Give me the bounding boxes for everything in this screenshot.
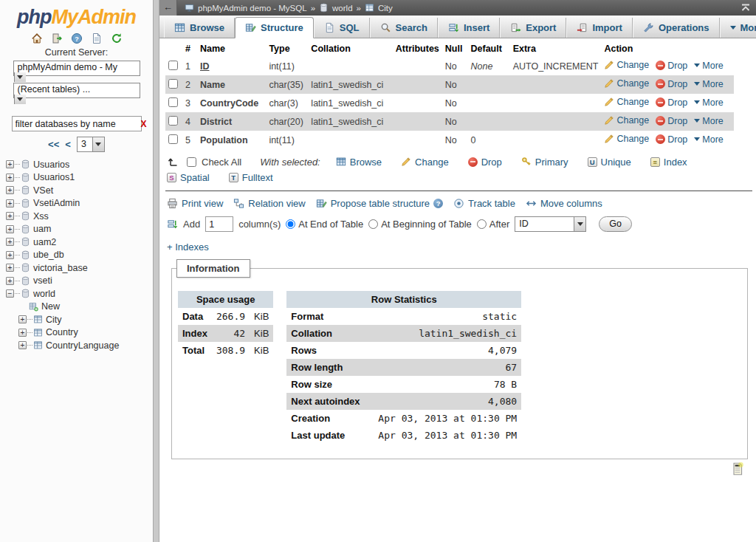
after-column-select[interactable]: ID bbox=[515, 216, 586, 232]
tab-import[interactable]: Import bbox=[566, 18, 632, 38]
drop-action[interactable]: Drop bbox=[656, 79, 687, 89]
more-link[interactable]: More bbox=[702, 61, 723, 71]
tree-item-table-country[interactable]: +Country bbox=[18, 326, 153, 340]
drop-action[interactable]: Drop bbox=[656, 97, 687, 108]
relation-view-link[interactable]: Relation view bbox=[233, 198, 305, 209]
tree-item-new-table[interactable]: New bbox=[18, 301, 153, 314]
tree-item-table-city[interactable]: +City bbox=[18, 313, 153, 326]
drop-action[interactable]: Drop bbox=[656, 134, 687, 145]
selected-browse-label[interactable]: Browse bbox=[350, 157, 382, 168]
more-action[interactable]: More bbox=[694, 61, 723, 71]
tree-item-label[interactable]: CountryLanguage bbox=[46, 340, 119, 351]
drop-link[interactable]: Drop bbox=[667, 79, 687, 89]
print-view-link[interactable]: Print view bbox=[167, 198, 223, 209]
selected-fulltext-label[interactable]: Fulltext bbox=[242, 172, 273, 183]
tab-sql[interactable]: SQL bbox=[314, 18, 370, 38]
tree-item-database[interactable]: +vseti bbox=[6, 275, 153, 288]
more-action[interactable]: More bbox=[694, 116, 723, 126]
tab-insert[interactable]: Insert bbox=[438, 18, 500, 38]
selected-drop-label[interactable]: Drop bbox=[481, 157, 502, 168]
tree-item-label[interactable]: Country bbox=[46, 327, 78, 337]
reload-navigation-icon[interactable] bbox=[111, 32, 123, 44]
expand-icon[interactable]: + bbox=[6, 174, 14, 182]
pager-back-link[interactable]: < bbox=[65, 139, 71, 150]
expand-icon[interactable]: + bbox=[6, 186, 14, 194]
more-link[interactable]: More bbox=[702, 116, 723, 126]
scroll-top-icon[interactable] bbox=[740, 3, 751, 13]
expand-icon[interactable]: + bbox=[18, 315, 27, 323]
home-icon[interactable] bbox=[31, 32, 43, 44]
track-table-link[interactable]: Track table bbox=[453, 198, 515, 209]
tree-item-database[interactable]: +Xss bbox=[6, 210, 153, 223]
row-checkbox[interactable] bbox=[168, 61, 178, 70]
propose-structure-link[interactable]: Propose table structure? bbox=[316, 198, 443, 209]
logout-icon[interactable] bbox=[51, 32, 63, 44]
collapse-icon[interactable]: − bbox=[6, 289, 14, 298]
change-action[interactable]: Change bbox=[604, 134, 649, 144]
server-select[interactable]: phpMyAdmin demo - My bbox=[13, 61, 140, 76]
expand-icon[interactable]: + bbox=[6, 264, 14, 272]
pager-page-select[interactable]: 3 bbox=[77, 137, 105, 152]
selected-change-button[interactable]: Change bbox=[401, 157, 449, 168]
tree-item-table-countrylanguage[interactable]: +CountryLanguage bbox=[18, 339, 153, 352]
row-checkbox[interactable] bbox=[168, 79, 178, 89]
selected-primary-button[interactable]: Primary bbox=[521, 157, 568, 168]
expand-icon[interactable]: + bbox=[6, 251, 14, 259]
phpmyadmin-logo[interactable]: phpMyAdmin bbox=[0, 6, 153, 29]
tree-item-label[interactable]: world bbox=[33, 289, 55, 299]
at-end-option[interactable]: At End of Table bbox=[286, 219, 363, 230]
drop-link[interactable]: Drop bbox=[667, 61, 687, 71]
tab-more[interactable]: More bbox=[720, 18, 756, 38]
change-link[interactable]: Change bbox=[616, 97, 649, 107]
drop-link[interactable]: Drop bbox=[667, 97, 687, 108]
drop-action[interactable]: Drop bbox=[656, 116, 687, 126]
change-link[interactable]: Change bbox=[616, 60, 649, 70]
selected-unique-label[interactable]: Unique bbox=[601, 157, 631, 168]
back-button[interactable]: ← bbox=[159, 0, 177, 16]
tree-item-label[interactable]: uam bbox=[33, 224, 51, 234]
tab-operations[interactable]: Operations bbox=[633, 18, 720, 38]
tree-item-label[interactable]: uam2 bbox=[33, 237, 56, 247]
tree-item-database[interactable]: +Usuarios bbox=[6, 158, 153, 171]
move-columns-label[interactable]: Move columns bbox=[540, 198, 602, 209]
breadcrumb-server[interactable]: phpMyAdmin demo - MySQL bbox=[198, 4, 307, 13]
after-radio[interactable] bbox=[477, 219, 487, 229]
tree-item-database[interactable]: +victoria_base bbox=[6, 261, 153, 275]
relation-view-label[interactable]: Relation view bbox=[248, 198, 305, 209]
indexes-toggle-link[interactable]: + Indexes bbox=[167, 241, 209, 253]
drop-link[interactable]: Drop bbox=[667, 134, 687, 145]
selected-index-label[interactable]: Index bbox=[664, 157, 687, 168]
selected-spatial-label[interactable]: Spatial bbox=[180, 172, 210, 183]
expand-icon[interactable]: + bbox=[6, 160, 14, 168]
query-window-icon[interactable] bbox=[731, 462, 744, 476]
selected-change-label[interactable]: Change bbox=[415, 157, 449, 168]
change-action[interactable]: Change bbox=[604, 115, 649, 126]
move-columns-link[interactable]: Move columns bbox=[526, 198, 602, 209]
tree-item-label[interactable]: ube_db bbox=[33, 250, 64, 260]
change-link[interactable]: Change bbox=[616, 78, 649, 89]
row-checkbox[interactable] bbox=[168, 97, 178, 107]
row-checkbox[interactable] bbox=[168, 134, 178, 144]
filter-clear-icon[interactable]: X bbox=[137, 119, 151, 129]
docs-icon[interactable] bbox=[91, 32, 103, 44]
expand-icon[interactable]: + bbox=[6, 199, 14, 207]
pager-fast-back-link[interactable]: << bbox=[48, 139, 59, 150]
tree-item-database[interactable]: +uam2 bbox=[6, 236, 153, 249]
more-link[interactable]: More bbox=[702, 79, 723, 89]
more-action[interactable]: More bbox=[694, 79, 723, 89]
tree-item-label[interactable]: vseti bbox=[33, 275, 52, 286]
column-count-input[interactable] bbox=[205, 216, 233, 232]
tree-item-label[interactable]: City bbox=[46, 315, 62, 325]
help-icon[interactable]: ? bbox=[433, 199, 443, 208]
selected-fulltext-button[interactable]: TFulltext bbox=[229, 172, 273, 183]
change-action[interactable]: Change bbox=[604, 60, 649, 70]
selected-index-button[interactable]: ≡Index bbox=[650, 157, 687, 168]
pane-resize-handle[interactable] bbox=[153, 0, 159, 542]
tree-item-database[interactable]: +uam bbox=[6, 223, 153, 236]
tree-item-label[interactable]: Xss bbox=[33, 211, 49, 222]
tree-item-database-world[interactable]: −world bbox=[6, 287, 153, 301]
drop-action[interactable]: Drop bbox=[656, 61, 687, 71]
at-end-radio[interactable] bbox=[286, 219, 295, 229]
tab-export[interactable]: Export bbox=[500, 18, 566, 38]
tree-item-label[interactable]: Usuarios1 bbox=[33, 172, 75, 182]
